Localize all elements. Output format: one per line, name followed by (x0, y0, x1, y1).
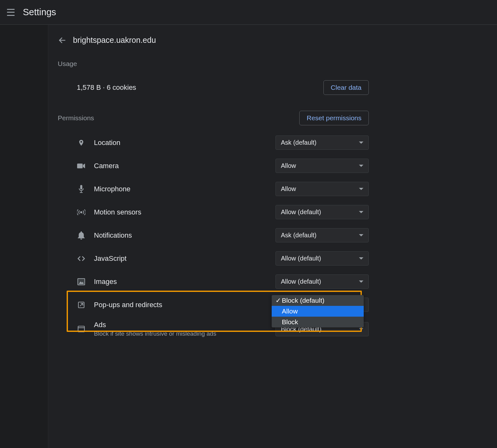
permission-row-motion: Motion sensorsAllow (default) (58, 201, 369, 224)
dropdown-option[interactable]: Allow (272, 306, 364, 317)
chevron-down-icon (359, 280, 363, 283)
camera-select[interactable]: Allow (275, 159, 369, 173)
check-icon: ✓ (275, 297, 282, 304)
notifications-select[interactable]: Ask (default) (275, 228, 369, 242)
chevron-down-icon (359, 328, 363, 330)
notifications-icon (77, 231, 86, 240)
permission-row-camera: CameraAllow (58, 154, 369, 177)
permission-row-microphone: MicrophoneAllow (58, 177, 369, 201)
clear-data-button[interactable]: Clear data (323, 80, 369, 95)
popups-icon (77, 300, 86, 309)
sidebar (0, 25, 48, 448)
chevron-down-icon (359, 257, 363, 260)
permission-label: Images (94, 278, 275, 286)
permission-label: Pop-ups and redirects (94, 301, 275, 309)
permission-sublabel: Block if site shows intrusive or mislead… (94, 330, 275, 337)
chevron-down-icon (359, 234, 363, 236)
microphone-icon (77, 185, 86, 194)
permissions-heading: Permissions Reset permissions (58, 111, 369, 125)
permission-label: Camera (94, 162, 275, 170)
reset-permissions-button[interactable]: Reset permissions (299, 111, 369, 125)
chevron-down-icon (359, 165, 363, 167)
permission-row-location: LocationAsk (default) (58, 131, 369, 154)
svg-rect-2 (80, 185, 83, 189)
permission-label: Location (94, 139, 275, 147)
svg-rect-11 (78, 326, 84, 332)
usage-heading: Usage (58, 60, 369, 68)
motion-select[interactable]: Allow (default) (275, 205, 369, 219)
location-icon (77, 138, 86, 147)
app-title: Settings (23, 7, 56, 17)
dropdown-option[interactable]: ✓Block (default) (272, 295, 364, 306)
images-select[interactable]: Allow (default) (275, 274, 369, 289)
svg-rect-1 (77, 163, 83, 168)
permission-row-notifications: NotificationsAsk (default) (58, 224, 369, 247)
microphone-select[interactable]: Allow (275, 182, 369, 196)
permission-label: Motion sensors (94, 208, 275, 216)
permission-label: Microphone (94, 185, 275, 193)
permission-label: JavaScript (94, 254, 275, 263)
javascript-select[interactable]: Allow (default) (275, 251, 369, 266)
permission-row-javascript: JavaScriptAllow (default) (58, 247, 369, 270)
camera-icon (77, 161, 86, 170)
permission-row-images: ImagesAllow (default) (58, 270, 369, 293)
permission-label: Notifications (94, 231, 275, 240)
chevron-down-icon (359, 211, 363, 213)
menu-icon[interactable] (7, 9, 15, 16)
popups-dropdown-menu: ✓Block (default)AllowBlock (272, 295, 364, 327)
dropdown-option[interactable]: Block (272, 317, 364, 327)
chevron-down-icon (359, 188, 363, 190)
top-bar: Settings (0, 0, 497, 25)
svg-point-5 (81, 211, 82, 213)
location-select[interactable]: Ask (default) (275, 135, 369, 150)
site-title: brightspace.uakron.edu (73, 36, 156, 45)
svg-line-10 (80, 303, 83, 306)
motion-icon (77, 208, 86, 217)
usage-text: 1,578 B · 6 cookies (77, 83, 136, 92)
back-arrow-icon[interactable] (58, 36, 67, 45)
chevron-down-icon (359, 142, 363, 144)
images-icon (77, 277, 86, 286)
main-content: brightspace.uakron.edu Usage 1,578 B · 6… (48, 25, 497, 448)
javascript-icon (77, 254, 86, 263)
permission-label: Ads (94, 321, 275, 329)
ads-icon (77, 325, 86, 333)
